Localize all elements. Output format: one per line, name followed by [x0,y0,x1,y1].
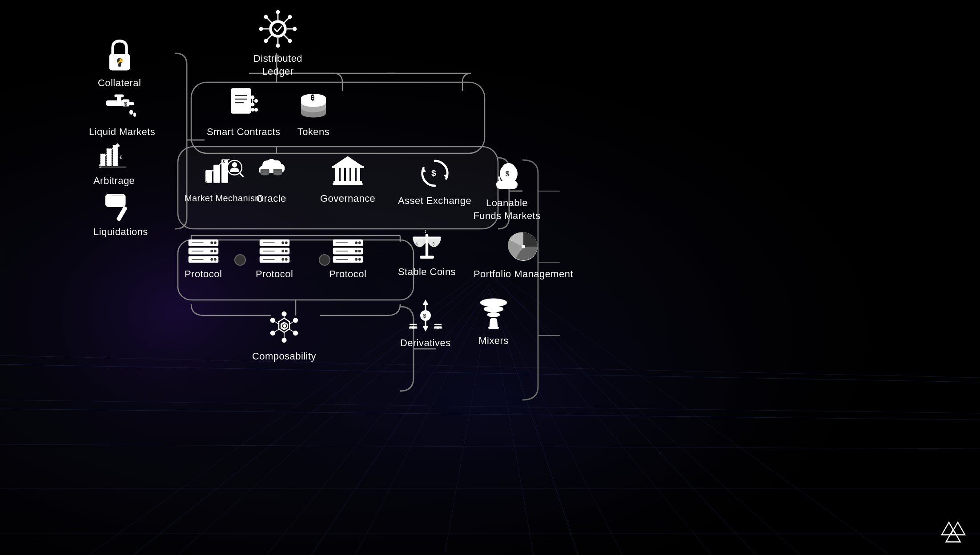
svg-text:$: $ [431,168,436,178]
svg-point-121 [210,258,213,261]
node-liquid-markets: $ Liquid Markets [89,91,155,139]
mixers-icon [476,295,511,331]
svg-point-151 [293,318,298,323]
node-protocol-2: Protocol [256,238,293,281]
oracle-icon [253,153,289,189]
node-stable-coins: $ ₿ ↕ Stable Coins [398,227,456,279]
collateral-label: Collateral [98,77,141,90]
svg-point-143 [355,250,357,252]
svg-marker-205 [422,326,428,331]
protocol-3-icon [331,238,365,264]
derivatives-label: Derivatives [400,337,451,350]
svg-point-218 [487,312,500,317]
node-liquidations: Liquidations [93,191,148,239]
node-collateral: 🔑 Collateral [98,38,141,90]
svg-point-41 [272,23,284,35]
market-mechanism-icon: $ € [204,153,244,189]
svg-point-54 [264,15,268,19]
smart-contracts-label: Smart Contracts [207,126,281,139]
asset-exchange-icon: $ [417,156,453,191]
composability-label: Composability [252,350,316,363]
composability-icon: ⬡ [266,311,302,347]
governance-icon [330,153,365,189]
main-content: Distributed Ledger [0,0,980,555]
svg-point-144 [358,250,361,252]
svg-point-132 [285,250,287,252]
svg-point-216 [480,298,507,307]
svg-rect-183 [106,195,113,206]
svg-line-193 [512,177,513,181]
svg-text:₿: ₿ [432,241,434,246]
svg-rect-110 [332,166,364,168]
svg-text:↕: ↕ [424,228,427,234]
oracle-label: Oracle [256,192,286,205]
svg-line-49 [284,35,289,40]
distributed-ledger-label: Distributed Ledger [249,52,307,78]
loanable-funds-label: Loanable Funds Markets [471,197,542,222]
protocol-1-label: Protocol [185,268,222,281]
svg-line-158 [289,329,294,332]
svg-rect-220 [488,327,499,329]
node-loanable-funds: $ Loanable Funds Markets [471,158,542,222]
svg-line-191 [503,176,504,181]
svg-text:$: $ [124,100,127,107]
svg-point-129 [281,241,284,244]
arbitrage-label: Arbitrage [93,175,135,188]
stable-coins-icon: $ ₿ ↕ [409,227,445,262]
smart-contracts-icon [226,87,261,122]
loanable-funds-icon: $ [489,158,525,193]
svg-point-131 [281,250,284,252]
svg-point-130 [285,241,287,244]
node-market-mechanism: $ € Market Mechanism [185,153,262,204]
node-asset-exchange: $ Asset Exchange [398,156,471,208]
svg-point-119 [210,250,213,252]
svg-point-152 [293,331,298,335]
node-distributed-ledger: Distributed Ledger [249,9,307,78]
svg-point-134 [285,258,287,261]
svg-line-47 [284,18,289,23]
svg-point-142 [358,241,361,244]
node-protocol-3: Protocol [329,238,366,281]
protocol-1-icon [187,238,220,264]
svg-rect-108 [333,183,363,185]
stable-coins-label: Stable Coins [398,266,456,279]
svg-point-57 [288,39,292,43]
liquidations-icon [104,191,137,222]
svg-rect-168 [114,94,124,97]
svg-point-154 [271,331,275,335]
svg-line-192 [508,176,509,181]
svg-text:$: $ [222,160,225,164]
asset-exchange-label: Asset Exchange [398,195,471,208]
svg-rect-58 [231,88,251,113]
svg-point-97 [273,172,282,175]
governance-label: Governance [320,192,375,205]
portfolio-management-label: Portfolio Management [474,268,573,281]
arbitrage-icon: $ € [99,140,130,171]
node-portfolio-management: Portfolio Management [474,229,573,281]
liquid-markets-label: Liquid Markets [89,126,155,139]
svg-line-190 [499,177,500,181]
svg-line-88 [240,173,243,176]
svg-rect-181 [116,206,128,222]
svg-line-157 [289,321,294,324]
svg-marker-203 [422,299,428,305]
svg-point-68 [254,99,258,103]
svg-text:⬡: ⬡ [282,323,287,329]
svg-line-161 [274,321,279,324]
svg-line-160 [274,329,279,332]
portfolio-management-icon [506,229,541,264]
svg-marker-109 [332,156,364,167]
svg-rect-102 [335,168,339,182]
svg-text:₿: ₿ [311,94,314,101]
svg-point-117 [210,241,213,244]
node-governance: Governance [320,153,375,205]
svg-rect-176 [112,145,117,166]
liquid-markets-icon: $ [104,91,140,122]
svg-point-201 [522,245,525,248]
svg-point-155 [271,318,275,323]
svg-rect-166 [106,100,124,106]
svg-point-171 [129,110,133,115]
protocol-2-label: Protocol [256,268,293,281]
svg-point-118 [213,241,216,244]
svg-point-172 [133,112,136,117]
